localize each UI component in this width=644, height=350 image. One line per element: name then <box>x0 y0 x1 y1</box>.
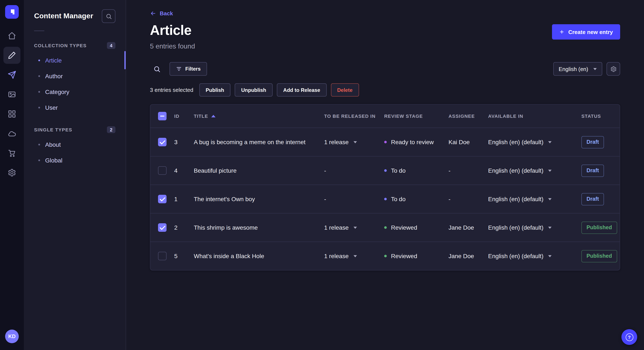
chevron-down-icon[interactable] <box>548 141 552 143</box>
sidebar-item-label: Article <box>45 57 62 64</box>
bullet-icon <box>38 107 40 108</box>
bullet-icon <box>38 59 40 61</box>
stage-dot-icon <box>384 198 387 200</box>
gear-icon <box>610 66 616 72</box>
sidebar-item-user[interactable]: User <box>34 100 116 115</box>
select-all-checkbox[interactable] <box>158 112 166 120</box>
add-to-release-button[interactable]: Add to Release <box>277 83 326 97</box>
row-checkbox[interactable] <box>158 138 166 146</box>
row-checkbox[interactable] <box>158 195 166 203</box>
arrow-left-icon <box>150 10 156 16</box>
sort-title-button[interactable]: TITLE <box>194 114 215 119</box>
column-header-assignee: ASSIGNEE <box>448 114 475 119</box>
stage-dot-icon <box>384 226 387 229</box>
rail-nav-items <box>4 27 20 181</box>
create-new-entry-button[interactable]: Create new entry <box>552 24 620 39</box>
section-label: SINGLE TYPES <box>34 127 72 132</box>
media-library-icon[interactable] <box>4 86 20 103</box>
row-checkbox[interactable] <box>158 166 166 175</box>
table-row[interactable]: 2 This shrimp is awesome 1 release Revie… <box>150 213 620 242</box>
search-icon <box>106 13 112 19</box>
table-row[interactable]: 4 Beautiful picture - To do - English (e… <box>150 156 620 184</box>
table-row[interactable]: 1 The internet's Own boy - To do - Engli… <box>150 184 620 213</box>
home-icon[interactable] <box>4 27 20 44</box>
strapi-admin: KD Content Manager COLLECTION TYPES 4 Ar… <box>0 0 644 350</box>
row-release: - <box>324 167 326 174</box>
chevron-down-icon[interactable] <box>353 141 357 143</box>
sidebar-item-about[interactable]: About <box>34 137 116 152</box>
sidebar-item-label: User <box>45 104 58 111</box>
collection-types-section: COLLECTION TYPES 4 Article Author Catego… <box>34 39 116 115</box>
entries-table: ID TITLE TO BE RELEASED IN REVIEW STAGE … <box>150 104 620 270</box>
sidebar-item-article[interactable]: Article <box>34 52 116 68</box>
chevron-down-icon[interactable] <box>353 226 357 229</box>
status-badge: Draft <box>582 193 604 205</box>
view-settings-button[interactable] <box>606 62 620 76</box>
sidebar-item-global[interactable]: Global <box>34 152 116 168</box>
row-locale: English (en) (default) <box>488 167 544 174</box>
section-label: COLLECTION TYPES <box>34 43 87 48</box>
row-checkbox[interactable] <box>158 223 166 232</box>
row-title: This shrimp is awesome <box>194 224 258 231</box>
row-checkbox[interactable] <box>158 252 166 260</box>
single-types-section: SINGLE TYPES 2 About Global <box>34 124 116 168</box>
bullet-icon <box>38 75 40 77</box>
search-button[interactable] <box>150 62 164 76</box>
table-row[interactable]: 3 A bug is becoming a meme on the intern… <box>150 128 620 156</box>
chevron-down-icon[interactable] <box>548 226 552 229</box>
back-link[interactable]: Back <box>150 10 173 16</box>
row-release: 1 release <box>324 224 348 231</box>
strapi-logo[interactable] <box>5 5 19 19</box>
row-id: 1 <box>174 196 178 202</box>
bullet-icon <box>38 159 40 161</box>
sidebar-item-label: Author <box>45 72 63 79</box>
row-assignee: - <box>448 167 450 174</box>
sidebar-item-category[interactable]: Category <box>34 84 116 100</box>
row-stage: Ready to review <box>391 139 434 146</box>
status-badge: Draft <box>582 164 604 177</box>
chevron-down-icon[interactable] <box>548 255 552 257</box>
chevron-down-icon[interactable] <box>548 198 552 200</box>
table-header-row: ID TITLE TO BE RELEASED IN REVIEW STAGE … <box>150 105 620 128</box>
locale-select[interactable]: English (en) <box>553 62 602 76</box>
page-title: Article <box>150 22 195 38</box>
content-type-builder-icon[interactable] <box>4 105 20 123</box>
subnav-title: Content Manager <box>34 12 93 20</box>
delete-button[interactable]: Delete <box>331 83 359 97</box>
stage-dot-icon <box>384 141 387 143</box>
user-avatar[interactable]: KD <box>5 330 19 343</box>
plus-icon <box>559 29 564 34</box>
row-assignee: Kai Doe <box>448 139 470 146</box>
row-locale: English (en) (default) <box>488 253 544 259</box>
row-assignee: Jane Doe <box>448 224 474 231</box>
unpublish-button[interactable]: Unpublish <box>235 83 272 97</box>
row-id: 2 <box>174 224 178 231</box>
content-manager-icon[interactable] <box>4 47 20 64</box>
filters-button[interactable]: Filters <box>170 62 207 76</box>
entries-count: 5 entries found <box>150 42 195 50</box>
table-row[interactable]: 5 What's inside a Black Hole 1 release R… <box>150 242 620 270</box>
row-locale: English (en) (default) <box>488 139 544 146</box>
releases-icon[interactable] <box>4 66 20 83</box>
chevron-down-icon[interactable] <box>353 255 357 257</box>
row-title: The internet's Own boy <box>194 196 255 202</box>
settings-icon[interactable] <box>4 164 20 181</box>
bullet-icon <box>38 91 40 93</box>
question-icon: ? <box>626 333 633 341</box>
marketplace-icon[interactable] <box>4 145 20 162</box>
main-nav-rail: KD <box>0 0 24 350</box>
status-badge: Published <box>582 221 617 234</box>
cloud-icon[interactable] <box>4 125 20 142</box>
sidebar-item-author[interactable]: Author <box>34 68 116 84</box>
column-header-stage: REVIEW STAGE <box>384 114 423 119</box>
publish-button[interactable]: Publish <box>199 83 231 97</box>
content-search-button[interactable] <box>102 9 116 23</box>
row-assignee: Jane Doe <box>448 253 474 259</box>
help-button[interactable]: ? <box>622 329 637 345</box>
row-locale: English (en) (default) <box>488 196 544 202</box>
selection-count: 3 entries selected <box>150 87 193 93</box>
section-count-badge: 4 <box>107 42 116 49</box>
chevron-down-icon[interactable] <box>548 170 552 172</box>
sidebar-item-label: About <box>45 141 61 148</box>
stage-dot-icon <box>384 255 387 257</box>
